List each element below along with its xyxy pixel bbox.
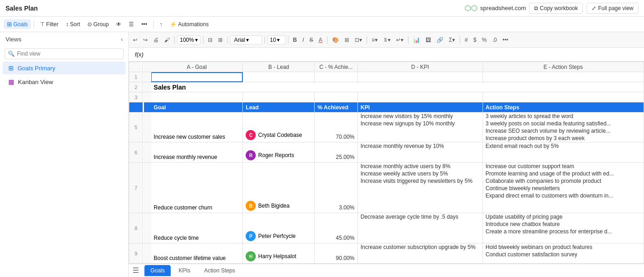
col-e-header[interactable]: E - Action Steps xyxy=(483,62,644,72)
zoom-select[interactable]: 100% ▾ xyxy=(177,35,201,45)
cell-b1[interactable] xyxy=(243,72,315,82)
cell-d4-kpi[interactable]: KPI xyxy=(357,102,483,113)
cell-c5[interactable]: 70.00% xyxy=(315,113,357,142)
bold-button[interactable]: B xyxy=(291,36,299,44)
italic-button[interactable]: I xyxy=(300,36,306,44)
decimal-button[interactable]: .0 xyxy=(490,36,499,44)
col-a-header[interactable]: A - Goal xyxy=(151,62,243,72)
cell-c9[interactable]: 90.00% xyxy=(315,243,357,264)
align-left-button[interactable]: ⊟ xyxy=(206,36,215,44)
cell-a5[interactable]: Increase new customer sales xyxy=(151,113,243,142)
cell-a3[interactable] xyxy=(151,92,243,102)
col-d-header[interactable]: D - KPI xyxy=(357,62,483,72)
font-select[interactable]: Arial ▾ xyxy=(230,35,262,45)
grid-container[interactable]: A - Goal B - Lead C - % Achie... D - KPI xyxy=(129,62,644,264)
list-view-button[interactable]: ☰ xyxy=(126,20,137,29)
sidebar-item-kanban[interactable]: ▦ Kanban View xyxy=(3,75,126,88)
cell-d9[interactable]: Increase customer subscription upgrade b… xyxy=(357,243,483,264)
cell-d3[interactable] xyxy=(357,92,483,102)
cell-a6[interactable]: Increase monthly revenue xyxy=(151,142,243,163)
filter-button[interactable]: ⊤ Filter xyxy=(37,20,62,29)
cell-e6[interactable]: Extend email reach out by 5% xyxy=(483,142,644,163)
action-line: Create a more streamline process for ent… xyxy=(486,228,641,235)
image-button[interactable]: 🖼 xyxy=(423,36,433,44)
cell-b9[interactable]: H Harry Helpsalot xyxy=(243,243,315,264)
cell-e5[interactable]: 3 weekly articles to spread the word 3 w… xyxy=(483,113,644,142)
merge-button[interactable]: ⊡▾ xyxy=(352,36,364,44)
cell-a7[interactable]: Reduce customer churn xyxy=(151,163,243,213)
undo-button[interactable]: ↩ xyxy=(131,36,140,44)
hash-button[interactable]: # xyxy=(462,36,470,44)
cell-c8[interactable]: 45.00% xyxy=(315,213,357,243)
tab-goals[interactable]: Goals xyxy=(144,265,171,276)
function-button[interactable]: f(x) xyxy=(132,51,146,59)
cell-b6[interactable]: R Roger Reports xyxy=(243,142,315,163)
cell-e3[interactable] xyxy=(483,92,644,102)
menu-icon[interactable]: ☰ xyxy=(132,266,139,275)
more-options-button[interactable]: ••• xyxy=(138,20,150,29)
group-button[interactable]: ⊙ Group xyxy=(84,20,112,29)
cell-d7[interactable]: Increase monthly active users by 8% Incr… xyxy=(357,163,483,213)
cell-d1[interactable] xyxy=(357,72,483,82)
cell-c6[interactable]: 25.00% xyxy=(315,142,357,163)
cell-c4-achieved[interactable]: % Achieved xyxy=(315,102,357,113)
cell-b3[interactable] xyxy=(243,92,315,102)
cell-d6[interactable]: Increase monthly revenue by 10% xyxy=(357,142,483,163)
formula-sum-button[interactable]: Σ▾ xyxy=(447,36,457,44)
automations-button[interactable]: ⚡ Automations xyxy=(167,20,212,29)
search-input[interactable] xyxy=(5,48,124,59)
cell-c3[interactable] xyxy=(315,92,357,102)
content-area: Views ‹ 🔍 ⊞ Goals Primary ▦ Kanban View … xyxy=(0,32,644,277)
kanban-icon: ▦ xyxy=(8,78,14,85)
cell-c1[interactable] xyxy=(315,72,357,82)
cell-c7[interactable]: 3.00% xyxy=(315,163,357,213)
redo-button[interactable]: ↪ xyxy=(141,36,150,44)
print-button[interactable]: 🖨 xyxy=(151,36,161,44)
cell-a2-sales-plan[interactable]: Sales Plan xyxy=(151,82,644,92)
cell-d5[interactable]: Increase new visitors by 15% monthly Inc… xyxy=(357,113,483,142)
currency-button[interactable]: $ xyxy=(471,36,479,44)
goals-tab-button[interactable]: ⊞ Goals xyxy=(4,19,31,29)
dots-icon: ••• xyxy=(141,21,147,28)
tab-kpis[interactable]: KPIs xyxy=(172,265,196,276)
copy-workbook-button[interactable]: ⧉ Copy workbook xyxy=(529,3,583,14)
sidebar-item-goals-primary[interactable]: ⊞ Goals Primary xyxy=(3,62,126,74)
cell-a4-goal[interactable]: Goal xyxy=(151,102,243,113)
cell-b5[interactable]: C Crystal Codebase xyxy=(243,113,315,142)
cell-e9[interactable]: Hold biweekly webinars on product featur… xyxy=(483,243,644,264)
more-formats-button[interactable]: ••• xyxy=(500,36,511,44)
hide-fields-button[interactable]: 👁 xyxy=(113,20,125,29)
paint-format-button[interactable]: 🖌 xyxy=(162,36,172,44)
share-button[interactable]: ↑ xyxy=(156,20,166,29)
col-b-header[interactable]: B - Lead xyxy=(243,62,315,72)
wrap-button[interactable]: ↵▾ xyxy=(394,36,406,44)
collapse-icon[interactable]: ‹ xyxy=(121,36,123,43)
cell-e4-actions[interactable]: Action Steps xyxy=(483,102,644,113)
full-page-view-button[interactable]: ⤢ Full page view xyxy=(586,3,638,14)
chart-button[interactable]: 📊 xyxy=(411,36,422,44)
cell-a9[interactable]: Boost customer lifetime value xyxy=(151,243,243,264)
strikethrough-button[interactable]: S xyxy=(307,36,316,44)
link-button[interactable]: 🔗 xyxy=(434,36,446,44)
cell-e8[interactable]: Update usability of pricing page Introdu… xyxy=(483,213,644,243)
valign-button[interactable]: ⥮▾ xyxy=(381,36,393,44)
borders-button[interactable]: ⊞ xyxy=(342,36,351,44)
cell-a8[interactable]: Reduce cycle time xyxy=(151,213,243,243)
text-color-button[interactable]: A xyxy=(316,36,325,44)
halign-button[interactable]: ≡▾ xyxy=(369,36,380,44)
cell-b4-lead[interactable]: Lead xyxy=(243,102,315,113)
row-indicator-7 xyxy=(144,163,151,213)
cell-color-button[interactable]: 🎨 xyxy=(330,36,341,44)
cell-e7[interactable]: Increase our customer support team Promo… xyxy=(483,163,644,213)
align-center-button[interactable]: ⊞ xyxy=(216,36,225,44)
percent-button[interactable]: % xyxy=(480,36,489,44)
tab-action-steps[interactable]: Action Steps xyxy=(198,265,241,276)
cell-d8[interactable]: Decrease average cycle time by .5 days xyxy=(357,213,483,243)
font-size-select[interactable]: 10 ▾ xyxy=(267,35,286,45)
cell-a1[interactable] xyxy=(151,72,243,82)
cell-b8[interactable]: P Peter Perfcycle xyxy=(243,213,315,243)
col-c-header[interactable]: C - % Achie... xyxy=(315,62,357,72)
cell-e1[interactable] xyxy=(483,72,644,82)
cell-b7[interactable]: B Beth Bigidea xyxy=(243,163,315,213)
sort-button[interactable]: ↕ Sort xyxy=(63,20,83,29)
